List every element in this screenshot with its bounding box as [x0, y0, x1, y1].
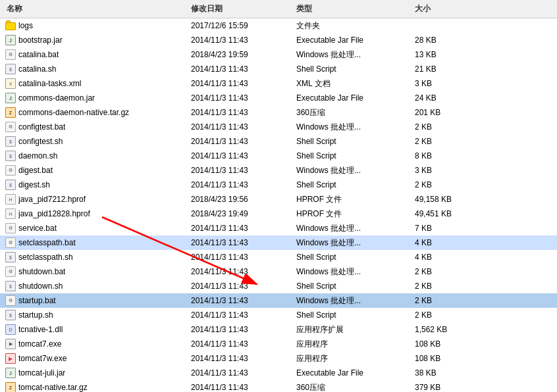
- file-date-cell: 2014/11/3 11:43: [187, 252, 292, 262]
- table-row[interactable]: ⚙digest.bat2014/11/3 11:43Windows 批处理...…: [0, 163, 557, 178]
- file-type-cell: Shell Script: [292, 180, 411, 190]
- col-size-header: 大小: [411, 1, 477, 16]
- table-row[interactable]: ⚙shutdown.bat2014/11/3 11:43Windows 批处理.…: [0, 264, 557, 279]
- file-name-label: configtest.bat: [18, 122, 65, 132]
- file-name-cell: Jbootstrap.jar: [3, 34, 187, 46]
- file-date-cell: 2018/4/23 19:49: [187, 208, 292, 219]
- file-date-cell: 2014/11/3 11:43: [187, 339, 292, 349]
- file-name-label: setclasspath.sh: [18, 253, 73, 262]
- file-name-label: logs: [18, 21, 33, 30]
- table-row[interactable]: $startup.sh2014/11/3 11:43Shell Script2 …: [0, 308, 557, 322]
- file-size-cell: 2 KB: [411, 281, 477, 291]
- file-name-label: tcnative-1.dll: [18, 325, 63, 334]
- table-row[interactable]: ⚙setclasspath.bat2014/11/3 11:43Windows …: [0, 235, 557, 250]
- file-name-label: startup.bat: [18, 296, 56, 305]
- table-row[interactable]: ⚙catalina.bat2018/4/23 19:59Windows 批处理.…: [0, 47, 557, 62]
- table-row[interactable]: $digest.sh2014/11/3 11:43Shell Script2 K…: [0, 178, 557, 192]
- file-size-cell: 24 KB: [411, 93, 477, 103]
- table-row[interactable]: ⚙service.bat2014/11/3 11:43Windows 批处理..…: [0, 221, 557, 235]
- file-name-label: catalina.sh: [18, 64, 56, 74]
- file-type-cell: 360压缩: [292, 381, 411, 393]
- file-name-cell: ▶tomcat7w.exe: [3, 353, 187, 364]
- table-row[interactable]: Jbootstrap.jar2014/11/3 11:43Executable …: [0, 33, 557, 47]
- file-date-cell: 2014/11/3 11:43: [187, 223, 292, 233]
- table-row[interactable]: Jtomcat-juli.jar2014/11/3 11:43Executabl…: [0, 366, 557, 380]
- file-type-cell: Windows 批处理...: [292, 295, 411, 307]
- file-type-cell: Shell Script: [292, 281, 411, 291]
- file-type-cell: Shell Script: [292, 151, 411, 161]
- file-type-cell: Windows 批处理...: [292, 49, 411, 61]
- file-name-label: tomcat7w.exe: [18, 354, 66, 363]
- file-date-cell: 2014/11/3 11:43: [187, 78, 292, 89]
- file-type-cell: Shell Script: [292, 252, 411, 262]
- file-name-label: setclasspath.bat: [18, 238, 76, 247]
- file-date-cell: 2014/11/3 11:43: [187, 281, 292, 291]
- file-date-cell: 2014/11/3 11:43: [187, 35, 292, 45]
- file-name-cell: ⚙catalina.bat: [3, 49, 187, 61]
- file-name-cell: ⚙service.bat: [3, 222, 187, 234]
- file-size-cell: 21 KB: [411, 64, 477, 74]
- table-row[interactable]: $configtest.sh2014/11/3 11:43Shell Scrip…: [0, 134, 557, 149]
- table-row[interactable]: logs2017/12/6 15:59文件夹: [0, 18, 557, 33]
- file-name-cell: $digest.sh: [3, 179, 187, 191]
- file-date-cell: 2014/11/3 11:43: [187, 382, 292, 392]
- table-row[interactable]: $setclasspath.sh2014/11/3 11:43Shell Scr…: [0, 250, 557, 264]
- file-type-cell: HPROF 文件: [292, 208, 411, 220]
- file-name-cell: Zcommons-daemon-native.tar.gz: [3, 107, 187, 118]
- table-row[interactable]: Xcatalina-tasks.xml2014/11/3 11:43XML 文档…: [0, 76, 557, 91]
- table-row[interactable]: $shutdown.sh2014/11/3 11:43Shell Script2…: [0, 279, 557, 293]
- file-name-label: tomcat-juli.jar: [18, 368, 65, 378]
- file-date-cell: 2014/11/3 11:43: [187, 266, 292, 277]
- file-date-cell: 2014/11/3 11:43: [187, 122, 292, 132]
- file-name-label: shutdown.bat: [18, 267, 65, 276]
- file-date-cell: 2014/11/3 11:43: [187, 368, 292, 378]
- table-row[interactable]: Dtcnative-1.dll2014/11/3 11:43应用程序扩展1,56…: [0, 322, 557, 337]
- file-name-label: catalina.bat: [18, 50, 59, 59]
- table-row[interactable]: Zcommons-daemon-native.tar.gz2014/11/3 1…: [0, 105, 557, 120]
- table-row[interactable]: ⚙configtest.bat2014/11/3 11:43Windows 批处…: [0, 120, 557, 134]
- file-size-cell: 49,451 KB: [411, 208, 477, 219]
- file-type-cell: 应用程序扩展: [292, 324, 411, 336]
- file-name-cell: $setclasspath.sh: [3, 251, 187, 263]
- table-row[interactable]: Ztomcat-native.tar.gz2014/11/3 11:43360压…: [0, 380, 557, 392]
- table-row[interactable]: Hjava_pid7212.hprof2018/4/23 19:56HPROF …: [0, 192, 557, 207]
- file-size-cell: 379 KB: [411, 382, 477, 392]
- file-name-label: catalina-tasks.xml: [18, 79, 81, 88]
- table-row[interactable]: ⚙startup.bat2014/11/3 11:43Windows 批处理..…: [0, 293, 557, 308]
- file-date-cell: 2018/4/23 19:56: [187, 194, 292, 205]
- file-type-cell: 应用程序: [292, 338, 411, 351]
- file-name-label: tomcat-native.tar.gz: [18, 383, 88, 392]
- file-size-cell: [411, 25, 477, 26]
- file-type-cell: Shell Script: [292, 136, 411, 147]
- file-name-cell: $daemon.sh: [3, 150, 187, 162]
- col-type-header: 类型: [292, 1, 411, 16]
- file-type-cell: HPROF 文件: [292, 193, 411, 206]
- table-row[interactable]: $catalina.sh2014/11/3 11:43Shell Script2…: [0, 62, 557, 76]
- file-name-cell: Hjava_pid7212.hprof: [3, 193, 187, 205]
- file-name-cell: $catalina.sh: [3, 63, 187, 75]
- file-size-cell: 2 KB: [411, 266, 477, 277]
- file-name-label: digest.sh: [18, 180, 50, 189]
- file-name-label: commons-daemon-native.tar.gz: [18, 108, 129, 117]
- file-type-cell: 应用程序: [292, 353, 411, 365]
- table-row[interactable]: $daemon.sh2014/11/3 11:43Shell Script8 K…: [0, 149, 557, 163]
- file-name-label: service.bat: [18, 224, 57, 233]
- file-name-label: daemon.sh: [18, 151, 57, 160]
- file-date-cell: 2018/4/23 19:59: [187, 49, 292, 60]
- file-date-cell: 2014/11/3 11:43: [187, 237, 292, 248]
- file-date-cell: 2017/12/6 15:59: [187, 20, 292, 31]
- table-row[interactable]: ▶tomcat7.exe2014/11/3 11:43应用程序108 KB: [0, 337, 557, 351]
- file-date-cell: 2014/11/3 11:43: [187, 324, 292, 335]
- header-row: 名称 修改日期 类型 大小: [0, 0, 557, 18]
- file-date-cell: 2014/11/3 11:43: [187, 310, 292, 320]
- table-row[interactable]: Hjava_pid12828.hprof2018/4/23 19:49HPROF…: [0, 207, 557, 221]
- file-name-label: tomcat7.exe: [18, 339, 61, 349]
- file-type-cell: XML 文档: [292, 78, 411, 90]
- file-size-cell: 2 KB: [411, 295, 477, 306]
- table-row[interactable]: ▶tomcat7w.exe2014/11/3 11:43应用程序108 KB: [0, 351, 557, 366]
- file-size-cell: 28 KB: [411, 35, 477, 45]
- table-row[interactable]: Jcommons-daemon.jar2014/11/3 11:43Execut…: [0, 91, 557, 105]
- file-name-cell: Hjava_pid12828.hprof: [3, 208, 187, 220]
- file-name-cell: $configtest.sh: [3, 135, 187, 147]
- file-type-cell: Windows 批处理...: [292, 121, 411, 134]
